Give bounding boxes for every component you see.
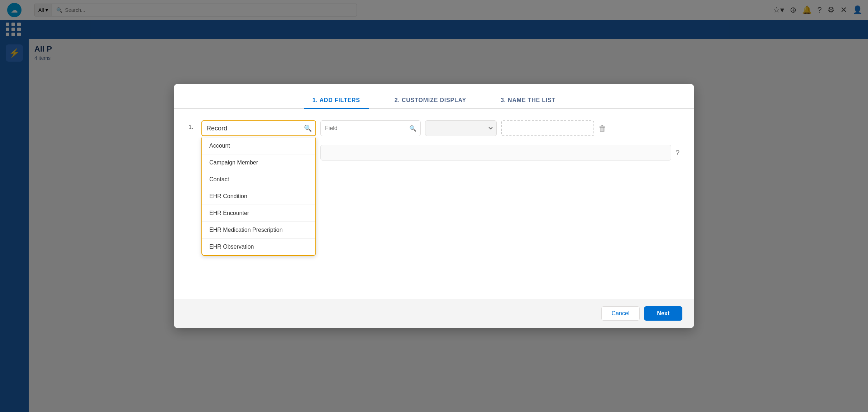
modal-overlay: 1. ADD FILTERS 2. CUSTOMIZE DISPLAY 3. N… [0, 0, 868, 412]
record-type-wrapper: 🔍 Account Campaign Member Contact [201, 120, 316, 136]
filter-number: 1. [189, 120, 197, 130]
tab-name-list[interactable]: 3. NAME THE LIST [492, 93, 564, 109]
dropdown-item-account[interactable]: Account [202, 138, 315, 154]
record-type-dropdown: Account Campaign Member Contact EHR Cond… [201, 138, 316, 256]
modal-body: 1. 🔍 Account Campaign Member [174, 109, 694, 299]
delete-filter-icon[interactable]: 🗑 [598, 120, 606, 133]
tab-customize-display[interactable]: 2. CUSTOMIZE DISPLAY [386, 93, 475, 109]
dropdown-item-ehr-condition[interactable]: EHR Condition [202, 188, 315, 205]
dropdown-item-campaign-member[interactable]: Campaign Member [202, 154, 315, 171]
filter-row: 1. 🔍 Account Campaign Member [189, 120, 679, 136]
field-search-wrapper: 🔍 [320, 120, 421, 136]
modal: 1. ADD FILTERS 2. CUSTOMIZE DISPLAY 3. N… [174, 84, 694, 328]
help-question-icon[interactable]: ? [676, 149, 679, 157]
dropdown-item-contact[interactable]: Contact [202, 171, 315, 188]
field-search-input[interactable] [320, 120, 421, 136]
modal-tabs: 1. ADD FILTERS 2. CUSTOMIZE DISPLAY 3. N… [174, 84, 694, 109]
record-search-icon: 🔍 [304, 124, 312, 132]
value-input[interactable] [501, 120, 594, 136]
dropdown-item-ehr-encounter[interactable]: EHR Encounter [202, 205, 315, 222]
cancel-button[interactable]: Cancel [601, 306, 640, 321]
field-search-icon: 🔍 [409, 125, 416, 132]
tab-add-filters[interactable]: 1. ADD FILTERS [304, 93, 369, 109]
dropdown-item-ehr-medication[interactable]: EHR Medication Prescription [202, 222, 315, 239]
operator-select[interactable]: equals not equal to contains [425, 120, 497, 136]
record-type-input[interactable] [201, 120, 316, 136]
next-button[interactable]: Next [644, 306, 682, 321]
dropdown-item-ehr-observation[interactable]: EHR Observation [202, 239, 315, 255]
modal-footer: Cancel Next [174, 299, 694, 328]
